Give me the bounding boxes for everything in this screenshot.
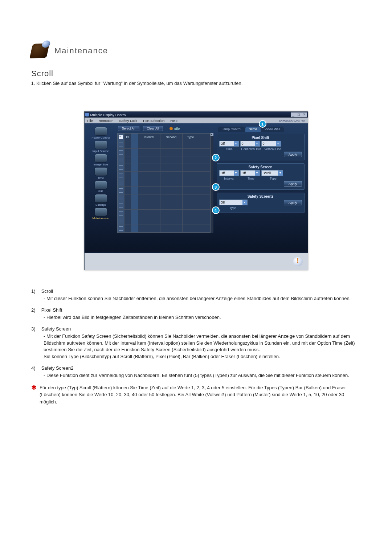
safety-screen-apply-button[interactable]: Apply: [284, 181, 302, 186]
table-row[interactable]: [118, 141, 210, 149]
row-checkbox[interactable]: [119, 150, 123, 155]
titlebar: Multiple Display Control _ □ ×: [85, 112, 308, 118]
callout-marker-3: 3: [212, 183, 220, 191]
sidebar-item-pip[interactable]: PIP: [95, 181, 107, 193]
safety-screen2-title: Safety Screen2: [219, 194, 302, 198]
chevron-down-icon: ▾: [242, 200, 247, 205]
chevron-down-icon: ▾: [255, 141, 260, 146]
maximize-button[interactable]: □: [296, 112, 302, 117]
table-row[interactable]: [118, 179, 210, 187]
menubar: File Remocon Safety Lock Port Selection …: [85, 118, 308, 123]
sidebar-item-maintenance[interactable]: Maintenance: [93, 208, 109, 220]
chevron-down-icon: ▾: [234, 141, 238, 146]
safety-screen-type-label: Type: [263, 177, 284, 180]
app-window: Multiple Display Control _ □ × File Remo…: [84, 111, 308, 270]
desc-num-2: 2): [31, 307, 40, 313]
safety-screen-time-label: Time: [241, 177, 261, 180]
desc-body-3: - Mit der Funktion Safety Screen (Sicher…: [44, 333, 361, 360]
page-title: Maintenance: [54, 46, 108, 56]
sidebar-item-image-size[interactable]: Image Size: [93, 154, 108, 166]
sidebar-item-settings[interactable]: Settings: [95, 194, 107, 206]
select-all-button[interactable]: Select All: [118, 126, 139, 131]
menu-port-selection[interactable]: Port Selection: [143, 119, 164, 123]
desc-title-4: Safety Screen2: [41, 365, 74, 371]
pixel-shift-apply-button[interactable]: Apply: [284, 152, 302, 157]
table-row[interactable]: [118, 202, 210, 210]
menu-help[interactable]: Help: [170, 119, 177, 123]
desc-body-1: - Mit dieser Funktion können Sie Nachbil…: [44, 295, 361, 302]
tab-scroll[interactable]: Scroll: [245, 127, 261, 132]
desc-body-4: - Diese Funktion dient zur Vermeidung vo…: [44, 372, 361, 379]
desc-num-4: 4): [31, 365, 40, 371]
row-checkbox[interactable]: [119, 181, 123, 185]
row-checkbox[interactable]: [119, 219, 123, 223]
scroll-up-icon[interactable]: ▲: [211, 133, 213, 136]
statusbar: !: [85, 253, 308, 270]
safety-screen-interval-label: Interval: [219, 177, 240, 180]
chevron-down-icon: ▾: [234, 171, 238, 176]
header-checkbox[interactable]: [119, 135, 123, 139]
callout-marker-4: 4: [212, 206, 220, 214]
table-row[interactable]: [118, 210, 210, 217]
pixel-shift-vline-label: Vertical Line: [263, 147, 283, 151]
pixel-shift-hdot-select[interactable]: 0▾: [240, 141, 260, 147]
row-checkbox[interactable]: [119, 165, 123, 170]
table-row[interactable]: [118, 225, 210, 233]
table-row[interactable]: [118, 187, 210, 194]
device-list-panel: Select All Clear All Idle ID Interval Se…: [117, 125, 213, 250]
row-checkbox[interactable]: [119, 188, 123, 193]
row-checkbox[interactable]: [119, 143, 123, 147]
sidebar-item-input-source[interactable]: Input Source: [93, 141, 109, 153]
safety-screen-type-select[interactable]: Scroll▾: [261, 170, 283, 176]
callout-marker-2: 2: [212, 154, 220, 161]
sidebar: Power Control Input Source Image Size Ti…: [86, 125, 115, 250]
col-interval: Interval: [138, 134, 160, 141]
window-title: Multiple Display Control: [90, 113, 127, 117]
chevron-down-icon: ▾: [276, 141, 281, 146]
row-checkbox[interactable]: [119, 196, 123, 200]
desc-body-2: - Hierbei wird das Bild in festgelegten …: [44, 314, 361, 321]
pixel-shift-vline-select[interactable]: 0▾: [261, 141, 281, 147]
pixel-shift-time-label: Time: [219, 147, 240, 151]
row-checkbox[interactable]: [119, 204, 123, 208]
col-second: Second: [160, 134, 183, 141]
maintenance-icon: [30, 43, 50, 58]
menu-safety-lock[interactable]: Safety Lock: [119, 119, 137, 123]
table-row[interactable]: [118, 172, 210, 179]
settings-pane: Lamp Control Scroll Video Wall 1 Pixel S…: [215, 125, 306, 250]
sidebar-item-time[interactable]: Time: [95, 168, 107, 180]
col-id: ID: [124, 134, 131, 141]
app-icon: [85, 113, 89, 116]
table-row[interactable]: [118, 194, 210, 202]
close-button[interactable]: ×: [302, 112, 307, 117]
tab-lamp-control[interactable]: Lamp Control: [218, 127, 245, 132]
table-row[interactable]: [118, 149, 210, 156]
row-checkbox[interactable]: [119, 226, 123, 231]
pixel-shift-time-select[interactable]: Off▾: [219, 141, 239, 147]
minimize-button[interactable]: _: [291, 112, 296, 117]
safety-screen-time-select[interactable]: Off▾: [240, 170, 260, 176]
safety-screen2-type-label: Type: [219, 206, 247, 210]
table-row[interactable]: [118, 156, 210, 164]
menu-file[interactable]: File: [87, 119, 93, 123]
col-status: [131, 134, 138, 141]
clear-all-button[interactable]: Clear All: [143, 126, 163, 131]
desc-num-3: 3): [31, 326, 40, 332]
sidebar-item-power-control[interactable]: Power Control: [91, 127, 110, 139]
row-checkbox[interactable]: [119, 173, 123, 177]
info-icon: !: [293, 257, 303, 266]
callout-marker-1: 1: [259, 120, 266, 128]
safety-screen2-type-select[interactable]: Off▾: [219, 200, 248, 205]
safety-screen-interval-select[interactable]: Off▾: [219, 170, 239, 176]
grid-scrollbar[interactable]: ▲: [211, 133, 213, 233]
pixel-shift-hdot-label: Horizontal Dot: [241, 147, 261, 151]
row-checkbox[interactable]: [119, 211, 123, 216]
safety-screen2-apply-button[interactable]: Apply: [284, 200, 302, 205]
desc-title-3: Safety Screen: [41, 326, 71, 332]
menu-remocon[interactable]: Remocon: [99, 119, 114, 123]
table-row[interactable]: [118, 164, 210, 172]
table-row[interactable]: [118, 217, 210, 225]
row-checkbox[interactable]: [119, 158, 123, 162]
tab-video-wall[interactable]: Video Wall: [261, 127, 284, 132]
chevron-down-icon: ▾: [278, 171, 283, 176]
